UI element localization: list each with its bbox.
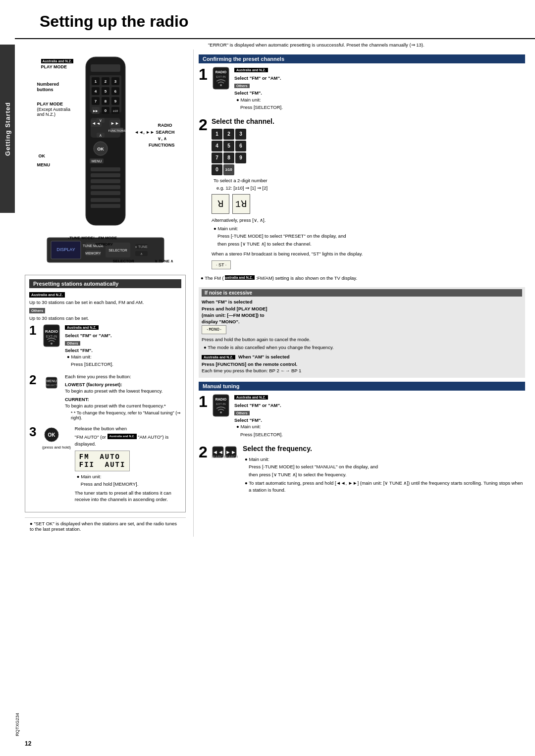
confirm-step1-icon: RADIO EXT-IN — [212, 66, 230, 91]
and-nz-label: and N.Z.) — [37, 112, 56, 117]
menu-label: MENU — [37, 162, 51, 167]
select-channel-text: Select the channel. — [212, 117, 525, 127]
confirm-step1-bullet: ● Main unit: — [234, 97, 525, 103]
svg-text:OK: OK — [48, 432, 56, 438]
search-label: ◄◄, ►► SEARCH — [134, 130, 174, 135]
svg-rect-45 — [91, 185, 120, 189]
confirm-step1-num: 1 — [199, 66, 209, 82]
svg-text:∨ TUNE: ∨ TUNE — [135, 245, 148, 249]
manual-step1-others-text: Select "FM". — [234, 417, 525, 423]
confirm-step1: 1 RADIO EXT-IN Australia a — [199, 66, 525, 112]
manual-step1-bullet: ● Main unit: — [234, 423, 525, 430]
step2-content: Each time you press the button: LOWEST (… — [65, 373, 181, 421]
svg-point-65 — [51, 343, 53, 345]
fm-note: ● The FM ( Australia and N.Z. :FM/AM) se… — [199, 275, 525, 281]
step1-bullet-text: Main unit: — [71, 354, 91, 359]
step2-detail2: To begin auto preset with the current fr… — [65, 403, 181, 409]
step3-num: 3 — [29, 425, 39, 438]
svg-text:MENU: MENU — [47, 379, 57, 383]
channel-display: ꓤ 1ꓤ — [212, 194, 525, 214]
svg-rect-48 — [91, 204, 120, 208]
when-fm-bold: When "FM" is selected — [202, 299, 522, 305]
num-1: 1 — [212, 129, 222, 140]
manual-aus-badge: Australia and N.Z. — [234, 395, 268, 400]
step1-num: 1 — [29, 324, 39, 337]
step3-text1: Release the button when — [75, 425, 181, 432]
manual-step2-num: 2 — [199, 444, 209, 460]
step3-content: Release the button when "FM AUTO" (or Au… — [75, 425, 181, 504]
content-area: Australia and N.Z. PLAY MODE Numbered bu… — [15, 50, 535, 537]
fm-aus-badge: Australia and N.Z. — [225, 275, 255, 280]
manual-step1-detail: Press [SELECTOR]. — [234, 431, 525, 438]
confirm-main-unit: ● Main unit: — [212, 225, 525, 232]
step1-bullet-detail: Press [SELECTOR]. — [65, 361, 181, 367]
svg-rect-43 — [91, 173, 120, 177]
right-column: Confirming the preset channels 1 RADIO E… — [193, 50, 535, 537]
cancel-note: Press and hold the button again to cance… — [202, 336, 522, 343]
svg-text:0: 0 — [104, 108, 107, 113]
remote-svg: 1 2 3 4 5 6 7 — [76, 54, 135, 233]
confirm-detail2: then press [∨ TUNE ∧] to select the chan… — [212, 241, 525, 247]
memory-label: MEMORY — [96, 242, 113, 247]
svg-text:4: 4 — [94, 89, 97, 94]
step1-others: Others — [65, 340, 181, 347]
presetting-step2: 2 MENU SELECT Each time you press the bu… — [29, 373, 181, 421]
step3-footer1: The tuner starts to preset all the stati… — [75, 490, 181, 503]
press-hold-label: (press and hold) — [42, 445, 71, 450]
manual-step2-icon: ◄◄ ►► SEARCH SEARCH — [212, 444, 239, 462]
svg-text:MEMORY: MEMORY — [85, 252, 101, 255]
presetting-header: Presetting stations automatically — [29, 279, 181, 288]
confirm-step1-others-wrap: Others — [234, 82, 525, 90]
presetting-step1: 1 RADIO EXT-IN — [29, 324, 181, 369]
confirm-step1-aus: Australia and N.Z. — [234, 66, 525, 74]
vc-label: ∨, ∧ — [158, 136, 167, 141]
num-0: 0 — [212, 164, 222, 175]
num-8: 8 — [223, 152, 234, 163]
confirm-step2-num: 2 — [199, 117, 209, 133]
svg-text:RADIO: RADIO — [215, 70, 227, 74]
confirm-step2-content: Select the channel. 1 2 3 4 5 6 7 8 9 — [212, 117, 525, 271]
svg-text:►►: ►► — [110, 121, 119, 126]
svg-rect-42 — [91, 167, 120, 171]
svg-point-74 — [220, 84, 222, 86]
svg-text:►►: ►► — [225, 449, 236, 455]
svg-text:◄◄: ◄◄ — [213, 449, 223, 455]
press-bold: Press and hold [PLAY MODE] — [202, 305, 522, 312]
aus-badge-remote: Australia and N.Z. — [41, 58, 74, 63]
svg-text:SEARCH: SEARCH — [223, 455, 238, 458]
bottom-note-text: "SET OK" is displayed when the stations … — [30, 521, 177, 532]
svg-text:2: 2 — [104, 79, 107, 84]
ch-box-2: 1ꓤ — [232, 194, 250, 214]
numbered-label: Numbered — [37, 82, 59, 87]
remote-with-labels: Australia and N.Z. PLAY MODE Numbered bu… — [36, 54, 175, 267]
alt-text: Alternatively, press [∨, ∧]. — [212, 217, 525, 223]
step3-bullet: ● Main unit: — [75, 473, 181, 480]
display-bold: display "MONO". — [202, 318, 522, 325]
confirming-section: Confirming the preset channels 1 RADIO E… — [199, 54, 525, 281]
stereo-display: · ST · — [212, 260, 231, 269]
svg-text:5: 5 — [104, 89, 107, 94]
page-title: Setting up the radio — [15, 0, 535, 39]
bottom-note: ● "SET OK" is displayed when the station… — [25, 517, 186, 532]
manual-detail1: Press [-TUNE MODE] to select "MANUAL" on… — [243, 463, 525, 470]
buttons-label: buttons — [37, 87, 54, 92]
manual-main-unit: ● Main unit: — [243, 456, 525, 462]
step1-others-badge: Others — [65, 341, 80, 346]
manual-tuning-section: Manual tuning 1 RADIO EXT-IN — [199, 382, 525, 494]
radio-label: RADIO — [158, 123, 172, 128]
step2-footnote-text: * To change the frequency, refer to "Man… — [71, 410, 181, 420]
step3-icon: OK (press and hold) — [42, 425, 71, 450]
functions-label: FUNCTIONS — [149, 143, 175, 148]
svg-text:≥10: ≥10 — [113, 109, 118, 112]
channel-bullet1: To select a 2-digit number — [212, 177, 525, 184]
num-2: 2 — [223, 129, 234, 140]
when-am-bold: When "AM" is selected — [238, 354, 290, 359]
mode-note: ● The mode is also cancelled when you ch… — [202, 344, 522, 351]
top-error-note: "ERROR" is displayed when automatic pres… — [198, 39, 535, 50]
manual-step1: 1 RADIO EXT-IN Australia a — [199, 394, 525, 439]
aus-badge-label: Australia and N.Z. — [41, 59, 74, 63]
left-column: Australia and N.Z. PLAY MODE Numbered bu… — [15, 50, 193, 537]
confirm-aus-badge: Australia and N.Z. — [234, 68, 268, 72]
svg-point-78 — [220, 411, 222, 413]
svg-text:EXT-IN: EXT-IN — [216, 403, 225, 405]
